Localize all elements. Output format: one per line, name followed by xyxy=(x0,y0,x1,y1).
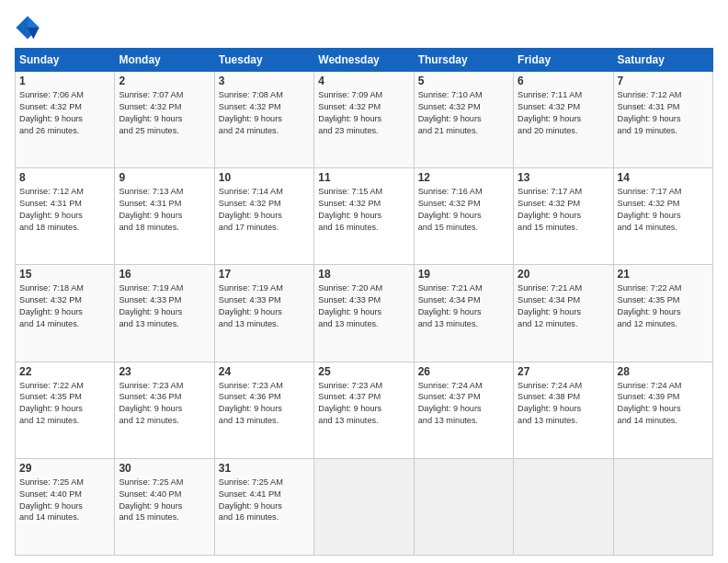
calendar-header-row: SundayMondayTuesdayWednesdayThursdayFrid… xyxy=(16,49,713,72)
calendar-cell: 20Sunrise: 7:21 AM Sunset: 4:34 PM Dayli… xyxy=(514,265,613,362)
calendar-cell: 22Sunrise: 7:22 AM Sunset: 4:35 PM Dayli… xyxy=(16,362,115,458)
day-info: Sunrise: 7:24 AM Sunset: 4:37 PM Dayligh… xyxy=(418,380,509,428)
day-info: Sunrise: 7:24 AM Sunset: 4:38 PM Dayligh… xyxy=(518,380,609,428)
day-info: Sunrise: 7:25 AM Sunset: 4:40 PM Dayligh… xyxy=(19,477,110,524)
day-info: Sunrise: 7:15 AM Sunset: 4:32 PM Dayligh… xyxy=(318,186,409,234)
day-info: Sunrise: 7:21 AM Sunset: 4:34 PM Dayligh… xyxy=(518,282,609,330)
day-info: Sunrise: 7:20 AM Sunset: 4:33 PM Dayligh… xyxy=(318,282,409,330)
calendar-cell: 23Sunrise: 7:23 AM Sunset: 4:36 PM Dayli… xyxy=(115,362,214,458)
calendar-cell xyxy=(514,458,613,555)
day-number: 7 xyxy=(618,75,709,87)
day-info: Sunrise: 7:25 AM Sunset: 4:41 PM Dayligh… xyxy=(219,477,310,524)
day-number: 4 xyxy=(318,75,409,87)
day-info: Sunrise: 7:12 AM Sunset: 4:31 PM Dayligh… xyxy=(618,89,709,137)
day-number: 6 xyxy=(518,75,609,87)
day-info: Sunrise: 7:23 AM Sunset: 4:36 PM Dayligh… xyxy=(119,380,210,428)
day-number: 27 xyxy=(518,365,609,378)
calendar-cell: 8Sunrise: 7:12 AM Sunset: 4:31 PM Daylig… xyxy=(16,168,115,265)
calendar-cell: 11Sunrise: 7:15 AM Sunset: 4:32 PM Dayli… xyxy=(314,168,414,265)
calendar-cell: 21Sunrise: 7:22 AM Sunset: 4:35 PM Dayli… xyxy=(613,265,712,362)
calendar-cell: 4Sunrise: 7:09 AM Sunset: 4:32 PM Daylig… xyxy=(314,72,414,168)
calendar-week-row: 1Sunrise: 7:06 AM Sunset: 4:32 PM Daylig… xyxy=(16,72,713,168)
calendar-cell xyxy=(314,458,414,555)
calendar-cell: 5Sunrise: 7:10 AM Sunset: 4:32 PM Daylig… xyxy=(414,72,513,168)
day-number: 16 xyxy=(119,268,210,281)
header xyxy=(15,15,713,40)
day-number: 24 xyxy=(219,365,310,378)
calendar-day-header: Thursday xyxy=(414,49,513,72)
day-number: 28 xyxy=(618,365,709,378)
day-info: Sunrise: 7:22 AM Sunset: 4:35 PM Dayligh… xyxy=(618,282,709,330)
calendar-table: SundayMondayTuesdayWednesdayThursdayFrid… xyxy=(15,48,713,556)
calendar-cell: 30Sunrise: 7:25 AM Sunset: 4:40 PM Dayli… xyxy=(115,458,214,555)
day-info: Sunrise: 7:19 AM Sunset: 4:33 PM Dayligh… xyxy=(119,282,210,330)
day-number: 23 xyxy=(119,365,210,378)
day-info: Sunrise: 7:22 AM Sunset: 4:35 PM Dayligh… xyxy=(19,380,110,428)
calendar-day-header: Wednesday xyxy=(314,49,414,72)
day-number: 15 xyxy=(19,268,110,281)
day-info: Sunrise: 7:06 AM Sunset: 4:32 PM Dayligh… xyxy=(19,89,110,137)
calendar-day-header: Monday xyxy=(115,49,214,72)
day-number: 14 xyxy=(618,171,709,184)
calendar-cell: 16Sunrise: 7:19 AM Sunset: 4:33 PM Dayli… xyxy=(115,265,214,362)
day-number: 9 xyxy=(119,171,210,184)
day-number: 31 xyxy=(219,462,310,475)
day-info: Sunrise: 7:11 AM Sunset: 4:32 PM Dayligh… xyxy=(518,89,609,137)
day-info: Sunrise: 7:13 AM Sunset: 4:31 PM Dayligh… xyxy=(119,186,210,234)
day-number: 1 xyxy=(19,75,110,87)
day-info: Sunrise: 7:07 AM Sunset: 4:32 PM Dayligh… xyxy=(119,89,210,137)
calendar-cell: 27Sunrise: 7:24 AM Sunset: 4:38 PM Dayli… xyxy=(514,362,613,458)
day-number: 18 xyxy=(318,268,409,281)
calendar-day-header: Sunday xyxy=(16,49,115,72)
logo xyxy=(15,15,44,40)
calendar-cell: 18Sunrise: 7:20 AM Sunset: 4:33 PM Dayli… xyxy=(314,265,414,362)
day-info: Sunrise: 7:24 AM Sunset: 4:39 PM Dayligh… xyxy=(618,380,709,428)
day-number: 26 xyxy=(418,365,509,378)
day-number: 22 xyxy=(19,365,110,378)
day-info: Sunrise: 7:21 AM Sunset: 4:34 PM Dayligh… xyxy=(418,282,509,330)
calendar-week-row: 15Sunrise: 7:18 AM Sunset: 4:32 PM Dayli… xyxy=(16,265,713,362)
day-info: Sunrise: 7:10 AM Sunset: 4:32 PM Dayligh… xyxy=(418,89,509,137)
calendar-day-header: Tuesday xyxy=(214,49,313,72)
day-info: Sunrise: 7:17 AM Sunset: 4:32 PM Dayligh… xyxy=(618,186,709,234)
day-info: Sunrise: 7:23 AM Sunset: 4:37 PM Dayligh… xyxy=(318,380,409,428)
day-number: 20 xyxy=(518,268,609,281)
calendar-cell xyxy=(414,458,513,555)
day-info: Sunrise: 7:08 AM Sunset: 4:32 PM Dayligh… xyxy=(219,89,310,137)
calendar-cell: 24Sunrise: 7:23 AM Sunset: 4:36 PM Dayli… xyxy=(214,362,313,458)
calendar-cell: 31Sunrise: 7:25 AM Sunset: 4:41 PM Dayli… xyxy=(214,458,313,555)
day-number: 17 xyxy=(219,268,310,281)
day-number: 8 xyxy=(19,171,110,184)
day-info: Sunrise: 7:16 AM Sunset: 4:32 PM Dayligh… xyxy=(418,186,509,234)
logo-icon xyxy=(15,15,40,40)
day-number: 21 xyxy=(618,268,709,281)
day-number: 3 xyxy=(219,75,310,87)
calendar-cell: 9Sunrise: 7:13 AM Sunset: 4:31 PM Daylig… xyxy=(115,168,214,265)
day-number: 11 xyxy=(318,171,409,184)
calendar-cell: 6Sunrise: 7:11 AM Sunset: 4:32 PM Daylig… xyxy=(514,72,613,168)
day-number: 29 xyxy=(19,462,110,475)
day-number: 25 xyxy=(318,365,409,378)
day-info: Sunrise: 7:17 AM Sunset: 4:32 PM Dayligh… xyxy=(518,186,609,234)
calendar-cell: 3Sunrise: 7:08 AM Sunset: 4:32 PM Daylig… xyxy=(214,72,313,168)
calendar-week-row: 8Sunrise: 7:12 AM Sunset: 4:31 PM Daylig… xyxy=(16,168,713,265)
calendar-week-row: 29Sunrise: 7:25 AM Sunset: 4:40 PM Dayli… xyxy=(16,458,713,555)
day-info: Sunrise: 7:23 AM Sunset: 4:36 PM Dayligh… xyxy=(219,380,310,428)
calendar-cell: 10Sunrise: 7:14 AM Sunset: 4:32 PM Dayli… xyxy=(214,168,313,265)
day-number: 2 xyxy=(119,75,210,87)
day-number: 19 xyxy=(418,268,509,281)
calendar-day-header: Friday xyxy=(514,49,613,72)
calendar-cell: 14Sunrise: 7:17 AM Sunset: 4:32 PM Dayli… xyxy=(613,168,712,265)
day-info: Sunrise: 7:09 AM Sunset: 4:32 PM Dayligh… xyxy=(318,89,409,137)
day-info: Sunrise: 7:18 AM Sunset: 4:32 PM Dayligh… xyxy=(19,282,110,330)
calendar-cell xyxy=(613,458,712,555)
day-info: Sunrise: 7:25 AM Sunset: 4:40 PM Dayligh… xyxy=(119,477,210,524)
day-number: 12 xyxy=(418,171,509,184)
calendar-cell: 1Sunrise: 7:06 AM Sunset: 4:32 PM Daylig… xyxy=(16,72,115,168)
calendar-cell: 25Sunrise: 7:23 AM Sunset: 4:37 PM Dayli… xyxy=(314,362,414,458)
calendar-cell: 17Sunrise: 7:19 AM Sunset: 4:33 PM Dayli… xyxy=(214,265,313,362)
calendar-cell: 2Sunrise: 7:07 AM Sunset: 4:32 PM Daylig… xyxy=(115,72,214,168)
calendar-cell: 26Sunrise: 7:24 AM Sunset: 4:37 PM Dayli… xyxy=(414,362,513,458)
calendar-cell: 13Sunrise: 7:17 AM Sunset: 4:32 PM Dayli… xyxy=(514,168,613,265)
day-number: 10 xyxy=(219,171,310,184)
